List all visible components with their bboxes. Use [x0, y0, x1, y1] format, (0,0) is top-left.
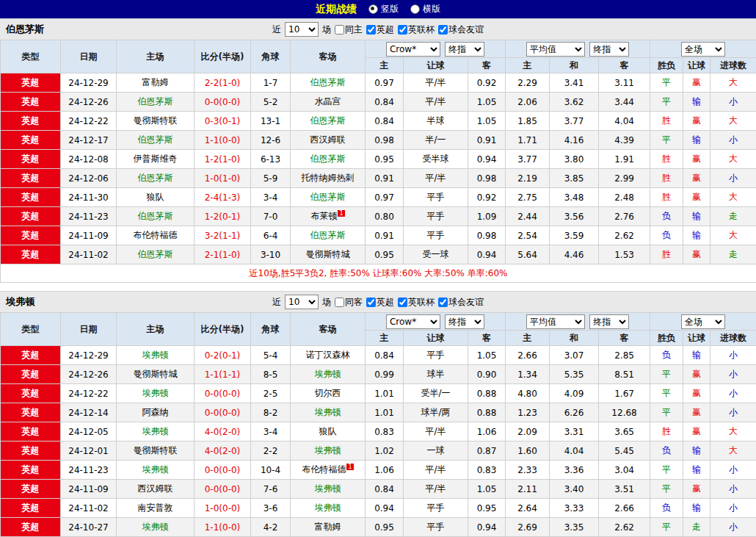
- league-checkbox-friendly[interactable]: 球会友谊: [438, 296, 484, 309]
- avg-home-cell: 1.23: [506, 403, 550, 422]
- same-venue-checkbox-input[interactable]: [335, 298, 344, 307]
- corner-cell: 7-0: [251, 207, 291, 226]
- sub-header-odds-away: 客: [468, 331, 506, 346]
- result-cell: 走: [683, 518, 710, 537]
- same-venue-checkbox[interactable]: 同客: [335, 296, 363, 309]
- league-cell: 英超: [1, 518, 61, 537]
- home-team-cell: 埃弗顿: [117, 384, 195, 403]
- result-cell: 赢: [683, 188, 710, 207]
- bookmaker-select[interactable]: Crow*: [386, 314, 440, 329]
- average-select[interactable]: 平均值: [526, 42, 585, 57]
- home-team-cell: 阿森纳: [117, 403, 195, 422]
- matches-table: 类型 日期 主场 比分(半场) 角球 客场 Crow* 终指 平均值 终指: [0, 40, 756, 283]
- odds-stage-select[interactable]: 终指: [445, 314, 484, 329]
- layout-radio-horizontal[interactable]: 横版: [410, 3, 440, 15]
- avg-away-cell: 2.62: [599, 518, 650, 537]
- league-checkbox-epl-input[interactable]: [366, 298, 376, 307]
- avg-home-cell: 4.80: [506, 384, 550, 403]
- date-cell: 24-12-29: [61, 346, 117, 365]
- sub-header-goals-result: 进球数: [710, 331, 756, 346]
- avg-away-cell: 2.62: [599, 226, 650, 245]
- date-cell: 24-12-01: [61, 442, 117, 461]
- scope-select[interactable]: 全场: [681, 42, 725, 57]
- league-checkbox-friendly[interactable]: 球会友谊: [438, 24, 484, 36]
- avg-draw-cell: 4.16: [550, 131, 599, 150]
- odds-away-cell: 1.05: [468, 480, 506, 499]
- radio-icon: [368, 4, 378, 14]
- odds-home-cell: 0.95: [366, 518, 404, 537]
- match-row: 英超24-11-02伯恩茅斯2-1(1-0)3-10曼彻斯特城0.95受一球0.…: [1, 245, 756, 264]
- corner-cell: 8-2: [251, 403, 291, 422]
- avg-draw-cell: 3.77: [550, 112, 599, 131]
- away-team-cell: 埃弗顿: [291, 480, 366, 499]
- avg-stage-select[interactable]: 终指: [589, 42, 629, 57]
- avg-away-cell: 4.39: [599, 131, 650, 150]
- match-row: 英超24-11-09西汉姆联0-0(0-0)7-6埃弗顿0.84平/半1.052…: [1, 480, 756, 499]
- score-cell: 2-2(1-0): [195, 73, 251, 93]
- home-team-cell: 伯恩茅斯: [117, 245, 195, 264]
- result-cell: 大: [710, 112, 756, 131]
- odds-away-cell: 0.94: [468, 245, 506, 264]
- league-checkbox-eflcup-input[interactable]: [398, 25, 407, 35]
- avg-stage-select[interactable]: 终指: [589, 314, 629, 329]
- layout-radio-vertical[interactable]: 竖版: [368, 3, 399, 15]
- col-header-away: 客场: [291, 313, 366, 346]
- away-team-cell: 布伦特福德1: [291, 461, 366, 480]
- same-venue-checkbox[interactable]: 同主: [335, 24, 363, 36]
- match-count-select[interactable]: 10: [285, 295, 319, 309]
- result-cell: 胜: [650, 169, 683, 188]
- sub-header-result: 胜负: [650, 58, 683, 73]
- odds-home-cell: 1.02: [366, 442, 404, 461]
- result-cell: 平: [650, 131, 683, 150]
- away-team-cell: 西汉姆联: [291, 131, 366, 150]
- same-venue-checkbox-input[interactable]: [335, 25, 344, 35]
- odds-home-cell: 0.98: [366, 131, 404, 150]
- league-checkbox-eflcup-input[interactable]: [398, 298, 407, 307]
- handicap-cell: 平/半: [404, 422, 468, 442]
- league-checkbox-epl-input[interactable]: [366, 25, 376, 35]
- league-cell: 英超: [1, 245, 61, 264]
- league-checkbox-epl[interactable]: 英超: [366, 296, 394, 309]
- avg-draw-cell: 3.35: [550, 518, 599, 537]
- avg-draw-cell: 3.31: [550, 422, 599, 442]
- result-cell: 大: [710, 442, 756, 461]
- handicap-cell: 受一球: [404, 245, 468, 264]
- match-count-select[interactable]: 10: [285, 22, 319, 37]
- odds-home-cell: 0.91: [366, 226, 404, 245]
- bookmaker-select[interactable]: Crow*: [386, 42, 440, 57]
- odds-stage-select[interactable]: 终指: [445, 42, 484, 57]
- league-cell: 英超: [1, 403, 61, 422]
- score-cell: 0-2(0-1): [195, 346, 251, 365]
- league-checkbox-friendly-input[interactable]: [438, 298, 448, 307]
- team-section-bournemouth: 伯恩茅斯 近 10 场 同主 英超 英联杯: [0, 18, 756, 283]
- league-checkbox-epl[interactable]: 英超: [366, 24, 394, 36]
- radio-label-text: 横版: [423, 3, 440, 15]
- league-checkbox-eflcup[interactable]: 英联杯: [398, 296, 435, 309]
- corner-cell: 1-7: [251, 73, 291, 93]
- avg-home-cell: 2.33: [506, 461, 550, 480]
- date-cell: 24-11-09: [61, 226, 117, 245]
- average-select[interactable]: 平均值: [526, 314, 585, 329]
- avg-home-cell: 2.19: [506, 169, 550, 188]
- away-team-cell: 伯恩茅斯: [291, 73, 366, 93]
- avg-draw-cell: 3.41: [550, 73, 599, 93]
- near-label: 近: [272, 24, 281, 36]
- match-row: 英超24-11-09布伦特福德3-2(1-1)6-4伯恩茅斯0.91平手0.98…: [1, 226, 756, 245]
- date-cell: 24-12-05: [61, 422, 117, 442]
- league-cell: 英超: [1, 188, 61, 207]
- scope-select[interactable]: 全场: [681, 314, 725, 329]
- date-cell: 24-11-02: [61, 245, 117, 264]
- league-cell: 英超: [1, 365, 61, 384]
- match-row: 英超24-12-22曼彻斯特联0-3(0-1)13-1伯恩茅斯0.84半球1.0…: [1, 112, 756, 131]
- avg-home-cell: 2.44: [506, 207, 550, 226]
- handicap-cell: 平手: [404, 346, 468, 365]
- league-checkbox-eflcup[interactable]: 英联杯: [398, 24, 435, 36]
- away-team-cell: 诺丁汉森林: [291, 346, 366, 365]
- col-header-type: 类型: [1, 40, 61, 73]
- date-cell: 24-12-08: [61, 150, 117, 169]
- summary-text: 近10场,胜5平3负2, 胜率:50% 让球率:60% 大率:50% 单率:60…: [1, 264, 756, 283]
- score-cell: 0-0(0-0): [195, 384, 251, 403]
- league-checkbox-friendly-input[interactable]: [438, 25, 448, 35]
- corner-cell: 6-4: [251, 226, 291, 245]
- score-cell: 1-2(1-0): [195, 150, 251, 169]
